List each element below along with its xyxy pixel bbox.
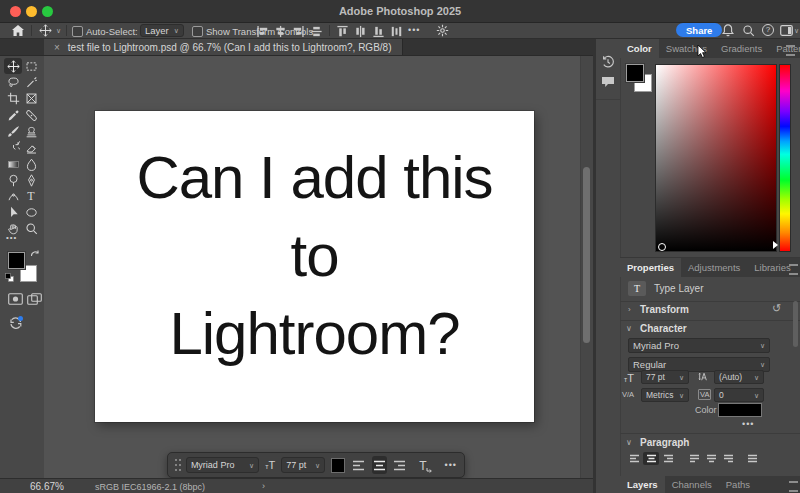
object-selection-tool[interactable] [22, 74, 40, 90]
minimize-window-button[interactable] [26, 6, 37, 17]
align-left-edges-button[interactable] [256, 25, 269, 38]
tab-color[interactable]: Color [620, 39, 659, 58]
hue-slider-marker[interactable] [773, 241, 778, 249]
default-colors-button[interactable] [5, 273, 14, 282]
workspace-settings-button[interactable] [436, 24, 449, 37]
character-collapse-caret[interactable]: ∨ [626, 324, 632, 333]
auto-select-target-dropdown[interactable]: Layer ∨ [140, 24, 184, 37]
brush-tool[interactable] [4, 123, 22, 139]
paragraph-align-right-button[interactable] [660, 452, 676, 465]
move-tool-options-icon[interactable] [39, 24, 52, 37]
leading-field[interactable]: (Auto) ∨ [714, 370, 764, 384]
more-type-options-button[interactable]: ••• [445, 460, 457, 470]
close-document-icon[interactable]: × [54, 42, 60, 53]
comments-panel-button[interactable] [601, 76, 615, 88]
paragraph-justify-all-button[interactable] [744, 452, 760, 465]
shape-tool[interactable] [22, 204, 40, 220]
align-right-edges-button[interactable] [292, 25, 305, 38]
properties-scrollbar-thumb[interactable] [793, 301, 798, 347]
document-tab[interactable]: × test file to Lightroom.psd @ 66.7% (Ca… [44, 39, 403, 55]
workspace-switcher-button[interactable] [780, 25, 793, 36]
transform-section-label[interactable]: Transform [640, 304, 689, 315]
paragraph-section-label[interactable]: Paragraph [640, 437, 689, 448]
text-layer[interactable]: Can I add this to Lightroom? [95, 139, 534, 373]
eyedropper-tool[interactable] [4, 107, 22, 123]
edit-toolbar-button[interactable]: ••• [6, 233, 17, 242]
history-panel-button[interactable] [601, 55, 615, 69]
align-text-left-button[interactable] [351, 456, 366, 474]
type-tool[interactable]: T [22, 188, 40, 204]
distribute-bottom-edges-button[interactable] [372, 25, 385, 38]
saturation-brightness-box[interactable] [655, 64, 777, 252]
align-vertical-centers-button[interactable] [310, 25, 323, 38]
character-section-label[interactable]: Character [640, 323, 687, 334]
share-button[interactable]: Share [676, 23, 722, 37]
distribute-top-edges-button[interactable] [336, 25, 349, 38]
close-window-button[interactable] [10, 6, 21, 17]
gradient-tool[interactable] [4, 156, 22, 172]
show-transform-checkbox[interactable] [192, 26, 203, 37]
sync-update-button[interactable] [8, 315, 24, 331]
tab-gradients[interactable]: Gradients [714, 39, 769, 58]
paragraph-align-left-button[interactable] [626, 452, 642, 465]
dodge-tool[interactable] [4, 172, 22, 188]
paragraph-justify-last-right-button[interactable] [720, 452, 736, 465]
distribute-horizontally-button[interactable] [390, 25, 403, 38]
paragraph-collapse-caret[interactable]: ∨ [626, 438, 632, 447]
color-picker-cursor[interactable] [658, 243, 666, 251]
properties-panel-menu-icon[interactable] [789, 264, 798, 275]
document-canvas[interactable]: Can I add this to Lightroom? [95, 111, 534, 422]
auto-select-checkbox[interactable] [72, 26, 83, 37]
swap-colors-button[interactable] [30, 249, 40, 258]
help-button[interactable]: ? [762, 24, 774, 36]
hue-slider[interactable] [779, 64, 791, 252]
home-button[interactable] [12, 25, 24, 36]
foreground-color-swatch[interactable] [8, 252, 25, 269]
more-character-options-button[interactable]: ••• [742, 419, 754, 429]
crop-tool[interactable] [4, 90, 22, 106]
curvature-pen-tool[interactable] [4, 188, 22, 204]
canvas-scrollbar-thumb[interactable] [583, 167, 590, 343]
clone-stamp-tool[interactable] [22, 123, 40, 139]
zoom-window-button[interactable] [42, 6, 53, 17]
lasso-tool[interactable] [4, 74, 22, 90]
quick-mask-button[interactable] [8, 293, 23, 305]
zoom-level[interactable]: 66.67% [30, 481, 64, 492]
pen-tool[interactable] [22, 172, 40, 188]
tool-preset-chevron[interactable]: ∨ [56, 27, 61, 34]
align-text-right-button[interactable] [393, 456, 408, 474]
distribute-vertical-centers-button[interactable] [354, 25, 367, 38]
spot-healing-brush-tool[interactable] [22, 107, 40, 123]
tab-channels[interactable]: Channels [665, 476, 719, 493]
screen-mode-button[interactable] [27, 293, 42, 305]
workspace-chevron[interactable]: ∨ [794, 27, 799, 34]
blur-tool[interactable] [22, 156, 40, 172]
color-panel-menu-icon[interactable] [786, 45, 795, 56]
eraser-tool[interactable] [22, 139, 40, 155]
kerning-field[interactable]: Metrics ∨ [641, 388, 689, 402]
notifications-button[interactable] [722, 24, 734, 37]
rectangular-marquee-tool[interactable] [22, 58, 40, 74]
path-selection-tool[interactable] [4, 204, 22, 220]
status-options-chevron[interactable]: › [262, 481, 265, 491]
panel-foreground-swatch[interactable] [626, 64, 644, 82]
paragraph-align-center-button[interactable] [643, 452, 659, 465]
transform-collapse-caret[interactable]: › [628, 305, 631, 314]
tab-layers[interactable]: Layers [620, 476, 665, 493]
font-size-field[interactable]: 77 pt ∨ [641, 370, 689, 384]
text-color-swatch[interactable] [331, 458, 345, 473]
align-horizontal-centers-button[interactable] [274, 25, 287, 38]
frame-tool[interactable] [22, 90, 40, 106]
tab-properties[interactable]: Properties [620, 258, 681, 277]
history-brush-tool[interactable] [4, 139, 22, 155]
paragraph-justify-last-left-button[interactable] [686, 452, 702, 465]
tab-patterns[interactable]: Patterns [769, 39, 800, 58]
more-align-options-button[interactable]: ••• [408, 25, 420, 35]
layers-panel-menu-icon[interactable] [789, 481, 798, 492]
move-tool[interactable] [4, 58, 22, 74]
text-orientation-button[interactable]: T [419, 456, 426, 474]
character-font-dropdown[interactable]: Myriad Pro ∨ [628, 338, 770, 353]
align-text-center-button[interactable] [372, 456, 387, 474]
tab-paths[interactable]: Paths [719, 476, 757, 493]
tab-adjustments[interactable]: Adjustments [681, 258, 747, 277]
